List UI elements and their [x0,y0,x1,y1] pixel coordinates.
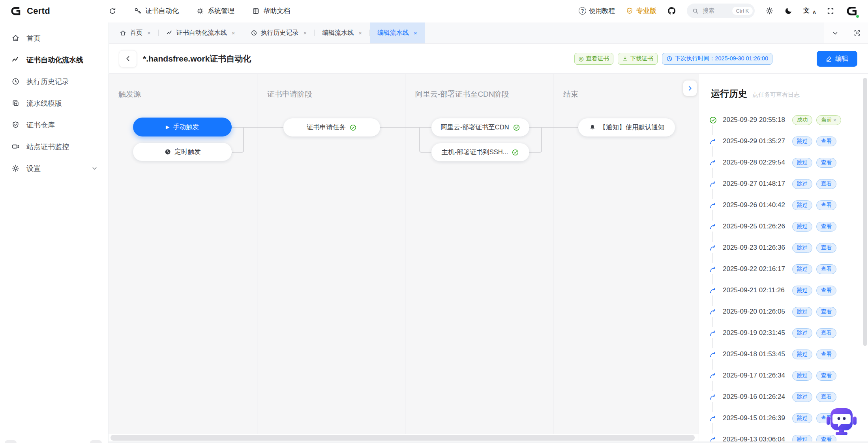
run-history-list[interactable]: 2025-09-29 20:55:18 成功 当前× 2025-09-29 01… [699,109,862,443]
sidebar-item-cert-pipelines[interactable]: 证书自动化流水线 [0,49,108,71]
edit-button[interactable]: 编辑 [817,51,857,67]
language-switcher[interactable]: 文 A [803,7,816,15]
tab-close-icon[interactable]: × [414,30,417,36]
canvas-horizontal-scrollbar[interactable] [111,435,695,441]
tag-close-icon[interactable]: × [833,117,836,123]
run-action-tag[interactable]: 查看× [816,222,836,232]
tab-edit-pipeline-active[interactable]: 编辑流水线 × [370,22,425,43]
download-cert-button[interactable]: 下载证书 [618,53,658,65]
back-button[interactable] [119,50,137,67]
edit-label: 编辑 [835,54,848,63]
sidebar-item-label: 流水线模版 [26,99,62,108]
panel-expand-button[interactable] [683,80,697,96]
run-status-tag[interactable]: 跳过 [792,392,812,402]
tab-maximize-button[interactable] [846,22,868,43]
history-item[interactable]: 2025-09-26 01:40:42 跳过 查看× [699,194,862,216]
run-action-tag[interactable]: 查看× [816,200,836,210]
tab-close-icon[interactable]: × [147,30,151,36]
pro-badge[interactable]: 专业版 [626,6,656,15]
run-action-tag[interactable]: 查看× [816,179,836,189]
nav-cert-automation[interactable]: 证书自动化 [134,6,179,15]
run-action-tag[interactable]: 查看× [816,328,836,338]
panel-scrollbar[interactable] [863,78,867,346]
nav-help-docs[interactable]: 帮助文档 [252,6,290,15]
tab-close-icon[interactable]: × [304,30,307,36]
history-item[interactable]: 2025-09-20 01:26:05 跳过 查看× [699,301,862,322]
run-status-tag[interactable]: 跳过 [792,286,812,295]
run-status-tag[interactable]: 成功 [792,115,812,125]
node-deploy-cdn-task[interactable]: 阿里云-部署证书至CDN [431,118,529,136]
tab-close-icon[interactable]: × [358,30,362,36]
chat-assistant-widget[interactable] [826,406,857,436]
run-action-tag[interactable]: 查看× [816,392,836,402]
tutorial-link[interactable]: ? 使用教程 [579,7,615,15]
history-item[interactable]: 2025-09-22 02:16:17 跳过 查看× [699,258,862,280]
history-item[interactable]: 2025-09-29 20:55:18 成功 当前× [699,109,862,131]
sidebar-item-settings[interactable]: 设置 [0,157,108,179]
avatar[interactable] [845,4,859,18]
refresh-button[interactable] [109,7,116,15]
search-input[interactable]: 搜索 Ctrl K [687,4,755,18]
run-status-tag[interactable]: 跳过 [792,371,812,381]
pipeline-canvas[interactable]: 触发源 证书申请阶段 阿里云-部署证书至CDN阶段 结束 ▶ 手动触发 [109,74,699,434]
run-action-tag[interactable]: 查看× [816,286,836,295]
node-deploy-ssh-task[interactable]: 主机-部署证书到SSH... [431,143,529,161]
sidebar-item-site-monitor[interactable]: 站点证书监控 [0,136,108,157]
history-item[interactable]: 2025-09-16 01:26:24 跳过 查看× [699,386,862,407]
history-item[interactable]: 2025-09-25 01:26:26 跳过 查看× [699,216,862,237]
history-item[interactable]: 2025-09-29 01:35:27 跳过 查看× [699,131,862,152]
run-action-tag[interactable]: 查看× [816,136,836,146]
run-status-tag[interactable]: 跳过 [792,179,812,189]
sidebar-item-pipeline-templates[interactable]: 流水线模版 [0,92,108,114]
run-action-tag[interactable]: 查看× [816,371,836,381]
run-status-tag[interactable]: 跳过 [792,307,812,317]
sidebar-item-home[interactable]: 首页 [0,27,108,49]
history-item[interactable]: 2025-09-28 02:29:54 跳过 查看× [699,152,862,173]
tab-cert-pipelines[interactable]: 证书自动化流水线 × [159,22,243,43]
history-item[interactable]: 2025-09-23 01:26:36 跳过 查看× [699,237,862,258]
sidebar-footer-button[interactable] [5,440,17,443]
history-item[interactable]: 2025-09-18 01:53:45 跳过 查看× [699,344,862,365]
run-action-tag[interactable]: 查看× [816,307,836,317]
run-action-tag[interactable]: 查看× [816,350,836,359]
tab-home[interactable]: 首页 × [112,22,158,43]
run-status-icon [709,222,717,231]
run-status-tag[interactable]: 跳过 [792,328,812,338]
node-timer-trigger[interactable]: 定时触发 [133,143,232,161]
run-status-tag[interactable]: 跳过 [792,264,812,274]
github-link[interactable] [667,6,676,15]
history-item[interactable]: 2025-09-27 01:48:17 跳过 查看× [699,173,862,194]
run-status-tag[interactable]: 跳过 [792,243,812,253]
sidebar-item-cert-repository[interactable]: 证书仓库 [0,114,108,136]
sidebar-footer-button[interactable] [90,440,102,443]
history-item[interactable]: 2025-09-19 02:31:45 跳过 查看× [699,322,862,344]
view-cert-button[interactable]: ◎ 查看证书 [574,53,613,65]
settings-button[interactable] [765,7,774,15]
sidebar-item-run-history[interactable]: 执行历史记录 [0,71,108,92]
nav-system-admin[interactable]: 系统管理 [196,6,234,15]
history-item[interactable]: 2025-09-21 02:11:26 跳过 查看× [699,280,862,301]
run-action-tag[interactable]: 当前× [816,115,841,125]
run-action-tag[interactable]: 查看× [816,158,836,168]
fullscreen-button[interactable] [827,7,834,15]
run-history-header: 运行历史 点任务可查看日志 [699,74,868,100]
run-status-tag[interactable]: 跳过 [792,350,812,359]
translate-icon: 文 [803,7,810,15]
tab-edit-pipeline[interactable]: 编辑流水线 × [315,22,369,43]
tab-close-icon[interactable]: × [232,30,235,36]
tab-list-dropdown-button[interactable] [824,22,846,43]
history-item[interactable]: 2025-09-17 01:26:34 跳过 查看× [699,365,862,386]
node-cert-request-task[interactable]: 证书申请任务 [283,118,380,136]
run-status-tag[interactable]: 跳过 [792,413,812,423]
tab-run-history[interactable]: 执行历史记录 × [243,22,315,43]
run-status-tag[interactable]: 跳过 [792,136,812,146]
node-notify-task[interactable]: 【通知】使用默认通知 [578,118,675,136]
run-status-tag[interactable]: 跳过 [792,158,812,168]
run-status-tag[interactable]: 跳过 [792,222,812,232]
node-manual-trigger[interactable]: ▶ 手动触发 [133,118,232,136]
run-action-tag[interactable]: 查看× [816,264,836,274]
run-action-tag[interactable]: 查看× [816,243,836,253]
run-status-tag[interactable]: 跳过 [792,200,812,210]
brand[interactable]: Certd [10,5,50,17]
dark-mode-toggle[interactable] [784,7,793,15]
